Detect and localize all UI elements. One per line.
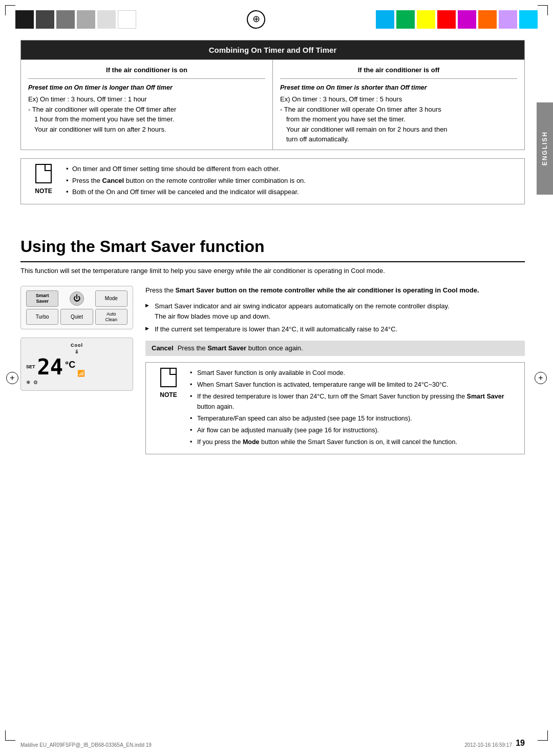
note-icon-area-2: NOTE [153, 368, 184, 449]
turbo-btn: Turbo [26, 309, 58, 325]
swatch-cyan [376, 10, 394, 29]
remote-diagram: SmartSaver ⏻ Mode Turbo Quiet AutoClean [20, 286, 133, 329]
note-bullet-3: Both of the On and Off timer will be can… [64, 187, 517, 198]
note-box-2: NOTE Smart Saver function is only availa… [145, 362, 525, 454]
compass-icon: ⊕ [247, 10, 265, 29]
timer-table-cols: If the air conditioner is on Preset time… [21, 59, 524, 150]
cancel-instruction: Press the Smart Saver button once again. [178, 344, 303, 353]
col2-detail3: Your air conditioner will remain on for … [280, 124, 517, 135]
note2-bullet-5: Air flow can be adjusted manually (see p… [189, 425, 517, 435]
smart-saver-right: Press the Smart Saver button on the remo… [145, 286, 525, 454]
bullet-item-1: Smart Saver indicator and air swing indi… [145, 301, 525, 321]
note-icon-area: NOTE [28, 164, 59, 199]
bullet-item-2: If the current set temperature is lower … [145, 324, 525, 334]
col1-detail3: Your air conditioner will turn on after … [28, 124, 265, 135]
timer-table: Combining On Timer and Off Timer If the … [20, 40, 525, 150]
col2-detail1: - The air conditioner will operate On ti… [280, 104, 517, 115]
note-content-1: On timer and Off timer setting time shou… [64, 164, 517, 199]
note-bullet-2: Press the Cancel button on the remote co… [64, 176, 517, 186]
bullet-list-1: Smart Saver indicator and air swing indi… [145, 301, 525, 334]
note2-bullet-6: If you press the Mode button while the S… [189, 437, 517, 447]
section-intro: This function will set the temperature r… [20, 266, 525, 276]
timer-col-off: If the air conditioner is off Preset tim… [273, 60, 524, 150]
color-swatches-right [376, 10, 538, 29]
note2-bullet-1: Smart Saver function is only available i… [189, 368, 517, 378]
quiet-btn: Quiet [60, 309, 93, 325]
main-content: Combining On Timer and Off Timer If the … [20, 35, 525, 730]
display-fan-icon: ⚙ [33, 379, 38, 386]
display-diagram: Cool ā̈ SET 24 °C 📶 ❄ ⚙ [20, 338, 133, 390]
section-title: Using the Smart Saver function [20, 235, 525, 262]
mode-btn: Mode [95, 290, 127, 307]
display-unit: °C [65, 359, 75, 371]
col2-detail2: from the moment you have set the timer. [280, 114, 517, 124]
note-box-1: NOTE On timer and Off timer setting time… [20, 158, 525, 204]
note-label-1: NOTE [35, 186, 52, 196]
cancel-bar: Cancel Press the Smart Saver button once… [145, 341, 525, 356]
swatch-light [77, 10, 95, 29]
swatch-magenta [458, 10, 476, 29]
swatch-orange [478, 10, 497, 29]
note-doc-icon-2 [160, 368, 177, 387]
smart-saver-left: SmartSaver ⏻ Mode Turbo Quiet AutoClean … [20, 286, 133, 454]
display-row: SET 24 °C 📶 [26, 356, 127, 378]
cancel-label: Cancel [152, 344, 174, 353]
col1-header: If the air conditioner is on [28, 65, 265, 79]
swatch-lightblue [519, 10, 538, 29]
smart-saver-btn: SmartSaver [26, 290, 58, 307]
reg-mark-right [535, 372, 547, 384]
bullet1b-text: The air flow blades move up and down. [155, 312, 270, 320]
footer-left: Maldive EU_AR09FSFP@_IB_DB68-03365A_EN.i… [20, 742, 152, 749]
footer-right: 2012-10-16 16:59:17 [464, 742, 512, 749]
col2-detail4: turn off automatically. [280, 134, 517, 144]
note2-bullet-4: Temperature/Fan speed can also be adjust… [189, 413, 517, 424]
timer-table-header: Combining On Timer and Off Timer [21, 40, 524, 59]
col1-example: Ex) On timer : 3 hours, Off timer : 1 ho… [28, 94, 265, 104]
col2-sub-header: Preset time on On timer is shorter than … [280, 83, 517, 93]
power-btn: ⏻ [70, 291, 84, 306]
swatch-green [396, 10, 415, 29]
page-number: 19 [516, 738, 525, 749]
english-label: ENGLISH [541, 131, 549, 165]
auto-clean-btn: AutoClean [95, 309, 127, 325]
swatch-purple [499, 10, 517, 29]
col2-header: If the air conditioner is off [280, 65, 517, 79]
timer-table-title: Combining On Timer and Off Timer [209, 46, 336, 54]
remote-grid: SmartSaver ⏻ Mode Turbo Quiet AutoClean [26, 290, 127, 325]
swatch-black [15, 10, 34, 29]
top-bar-center: ⊕ [136, 10, 376, 29]
note2-bullet-3: If the desired temperature is lower than… [189, 391, 517, 412]
col1-detail2: 1 hour from the moment you have set the … [28, 114, 265, 124]
corner-mark-bl [5, 730, 15, 741]
display-signal-icon: 📶 [77, 369, 85, 378]
swatch-red [437, 10, 456, 29]
display-temperature: 24 [37, 356, 63, 378]
smart-saver-content: SmartSaver ⏻ Mode Turbo Quiet AutoClean … [20, 286, 525, 454]
timer-col-on: If the air conditioner is on Preset time… [21, 60, 273, 150]
note-content-2: Smart Saver function is only available i… [189, 368, 517, 449]
swatch-white [118, 10, 136, 29]
corner-mark-br [538, 730, 548, 741]
display-cool-label: Cool [26, 342, 127, 349]
top-bar: ⊕ [0, 9, 553, 30]
bullet1-text: Smart Saver indicator and air swing indi… [155, 302, 450, 310]
display-icons-row: ❄ ⚙ [26, 379, 127, 386]
swatch-yellow [417, 10, 435, 29]
col1-detail1: - The air conditioner will operate the O… [28, 104, 265, 115]
press-instruction: Press the Smart Saver button on the remo… [145, 286, 525, 295]
swatch-lighter [97, 10, 116, 29]
display-snowflake: ❄ [26, 379, 30, 386]
note2-bullet-2: When Smart Saver function is activated, … [189, 380, 517, 390]
note-bullet-1: On timer and Off timer setting time shou… [64, 164, 517, 175]
swatch-dark [36, 10, 54, 29]
col2-example: Ex) On timer : 3 hours, Off timer : 5 ho… [280, 94, 517, 104]
english-sidebar: ENGLISH [537, 102, 553, 195]
swatch-mid [56, 10, 75, 29]
display-set-label: SET [26, 364, 35, 370]
note-label-2: NOTE [160, 390, 177, 400]
color-swatches-left [15, 10, 136, 29]
col1-sub-header: Preset time on On timer is longer than O… [28, 83, 265, 93]
reg-mark-left [6, 372, 18, 384]
note-doc-icon [35, 164, 52, 183]
